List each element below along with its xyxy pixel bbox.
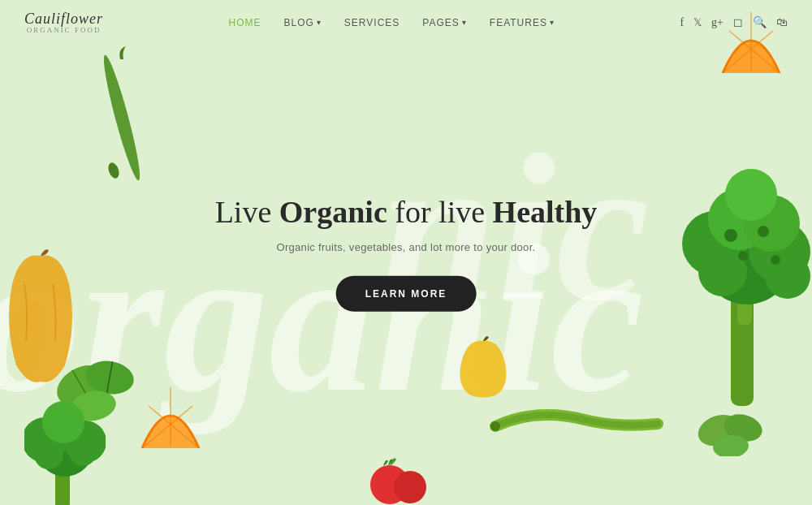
svg-point-39 [394, 471, 426, 503]
svg-point-0 [99, 54, 145, 183]
chili-bottom [487, 404, 666, 448]
hero-title-part1: Live [215, 195, 279, 229]
chili-vegetable-topleft [97, 45, 146, 191]
svg-point-17 [738, 251, 748, 261]
hero-title-bold1: Organic [279, 195, 387, 229]
nav-icons: f 𝕏 g+ ◻ 🔍 🛍 [680, 15, 788, 29]
nav-item-blog[interactable]: BLOG [284, 17, 322, 28]
facebook-icon[interactable]: f [680, 16, 684, 29]
tomatoes-bottomcenter [365, 448, 430, 505]
svg-point-31 [42, 401, 84, 443]
search-icon[interactable]: 🔍 [753, 15, 767, 29]
svg-point-34 [490, 421, 500, 431]
hero-title: Live Organic for live Healthy [215, 194, 598, 231]
basil-leaves-right [694, 399, 767, 456]
nav-link-services[interactable]: SERVICES [344, 17, 400, 28]
svg-point-15 [724, 229, 737, 242]
nav-link-features[interactable]: FEATURES [490, 17, 555, 28]
twitter-icon[interactable]: 𝕏 [693, 16, 702, 29]
learn-more-button[interactable]: LEARN MORE [336, 275, 477, 311]
broccoli-bottomleft [24, 399, 106, 505]
nav-item-services[interactable]: SERVICES [344, 17, 400, 28]
nav-link-blog[interactable]: BLOG [284, 17, 322, 28]
nav-item-pages[interactable]: PAGES [422, 17, 466, 28]
nav-link-pages[interactable]: PAGES [422, 17, 466, 28]
hero-section: organic nic Cauliflower Organic Food HOM… [0, 0, 812, 505]
instagram-icon[interactable]: ◻ [733, 15, 743, 29]
svg-point-18 [771, 255, 780, 265]
hero-title-bold2: Healthy [493, 195, 598, 229]
nav-item-features[interactable]: FEATURES [490, 17, 555, 28]
googleplus-icon[interactable]: g+ [711, 16, 723, 29]
hero-subtitle: Organic fruits, vegetables, and lot more… [215, 240, 598, 252]
broccoli-right [682, 130, 812, 406]
hero-title-part2: for live [387, 195, 493, 229]
navbar: Cauliflower Organic Food HOME BLOG SERVI… [0, 0, 812, 45]
logo: Cauliflower Organic Food [24, 11, 103, 34]
hero-content: Live Organic for live Healthy Organic fr… [215, 194, 598, 312]
nav-item-home[interactable]: HOME [229, 17, 261, 28]
svg-point-14 [725, 169, 777, 221]
logo-tagline: Organic Food [27, 26, 102, 34]
yellow-pepper-bottomcenter [455, 335, 512, 399]
svg-point-1 [106, 162, 121, 180]
svg-point-16 [758, 226, 769, 237]
logo-name: Cauliflower [24, 11, 103, 28]
svg-point-32 [34, 440, 63, 469]
nav-link-home[interactable]: HOME [229, 17, 261, 28]
nav-links: HOME BLOG SERVICES PAGES FEATURES [229, 17, 555, 28]
orange-slice-bottomleft [134, 383, 207, 448]
svg-point-33 [69, 438, 97, 466]
cart-icon[interactable]: 🛍 [776, 16, 788, 29]
